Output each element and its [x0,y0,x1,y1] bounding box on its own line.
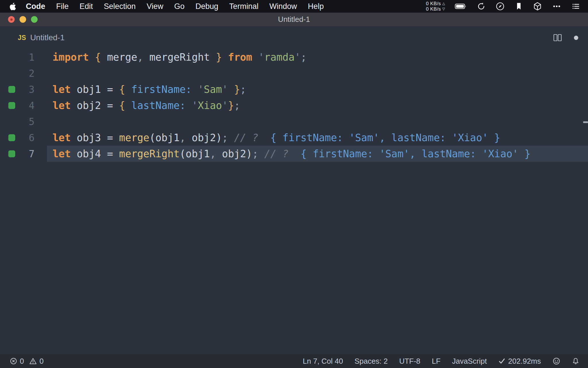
warning-icon [29,357,37,365]
js-file-icon: JS [18,34,26,42]
up-arrow-icon: △ [442,1,445,6]
status-bar-right: Ln 7, Col 40 Spaces: 2 UTF-8 LF JavaScri… [303,357,579,366]
compass-icon [496,2,505,11]
list-menu-extra[interactable] [571,2,581,11]
screen: Code FileEditSelectionViewGoDebugTermina… [0,0,588,368]
split-editor-icon[interactable] [553,33,562,42]
menu-item-terminal[interactable]: Terminal [224,2,264,11]
editor[interactable]: JS Untitled-1 1import { merge, mergeRigh… [0,26,588,354]
menu-item-go[interactable]: Go [169,2,190,11]
quokka-status[interactable]: 202.92ms [498,357,541,366]
code-text: let obj1 = { firstName: 'Sam' }; [34,84,246,95]
window-title-bar[interactable]: Untitled-1 [0,13,588,26]
line-number[interactable]: 4 [21,100,34,111]
network-up: 0 KB/s △ [426,1,445,6]
warning-count: 0 [39,357,43,366]
menu-item-help[interactable]: Help [302,2,329,11]
indentation-setting[interactable]: Spaces: 2 [355,357,388,366]
gutter [0,150,21,157]
more-menu-extra[interactable] [552,2,562,11]
coverage-marker-icon [8,150,15,157]
battery-indicator[interactable] [455,3,467,9]
apple-icon [10,3,16,10]
traffic-lights [8,13,38,26]
menu-items: FileEditSelectionViewGoDebugTerminalWind… [51,2,329,11]
ellipsis-icon [552,2,562,11]
sync-icon [477,2,486,11]
code-text: let obj4 = mergeRight(obj1, obj2); // ? … [34,148,531,160]
gutter [0,102,21,109]
bell-icon [572,357,579,365]
language-mode[interactable]: JavaScript [452,357,487,366]
error-icon [10,357,17,365]
code-lines: 1import { merge, mergeRight } from 'ramd… [0,49,588,162]
gutter [0,134,21,141]
coverage-marker-icon [8,86,15,93]
cube-icon [533,2,542,11]
compass-menu-extra[interactable] [496,2,505,11]
eol-setting[interactable]: LF [432,357,440,366]
quokka-time: 202.92ms [508,357,541,366]
status-bar: 0 0 Ln 7, Col 40 Spaces: 2 UTF-8 LF Java… [0,354,588,368]
bookmark-icon [514,2,523,11]
bookmark-menu-extra[interactable] [514,2,523,11]
network-down: 0 KB/s ▽ [426,6,445,12]
gutter [0,86,21,93]
error-count: 0 [20,357,24,366]
menu-item-file[interactable]: File [51,2,74,11]
code-text: import { merge, mergeRight } from 'ramda… [34,51,307,63]
coverage-marker-icon [8,134,15,141]
line-number[interactable]: 6 [21,132,34,143]
menu-item-debug[interactable]: Debug [190,2,224,11]
close-button[interactable] [8,16,15,23]
cursor-position[interactable]: Ln 7, Col 40 [303,357,343,366]
network-speed-indicator[interactable]: 0 KB/s △ 0 KB/s ▽ [426,1,445,12]
code-line[interactable]: 2 [0,65,588,81]
network-up-value: 0 KB/s [426,1,441,6]
feedback-button[interactable] [552,357,560,365]
down-arrow-icon: ▽ [442,6,445,12]
menu-item-window[interactable]: Window [264,2,302,11]
modified-dot[interactable] [574,36,578,40]
smiley-icon [552,357,560,365]
menu-item-view[interactable]: View [141,2,169,11]
code-line[interactable]: 5 [0,114,588,130]
macos-menu-bar: Code FileEditSelectionViewGoDebugTermina… [0,0,588,13]
line-number[interactable]: 7 [21,148,34,160]
coverage-marker-icon [8,102,15,109]
scrollbar-overview-tick[interactable] [583,121,588,123]
line-number[interactable]: 3 [21,84,34,95]
editor-tab[interactable]: JS Untitled-1 [0,26,588,49]
cube-menu-extra[interactable] [533,2,542,11]
status-bar-left: 0 0 [10,357,44,366]
code-text: let obj3 = merge(obj1, obj2); // ? { fir… [34,132,500,143]
line-number[interactable]: 2 [21,68,34,79]
zoom-button[interactable] [31,16,38,23]
apple-menu[interactable] [9,3,20,10]
code-line[interactable]: 1import { merge, mergeRight } from 'ramd… [0,49,588,65]
tab-title: Untitled-1 [30,33,65,42]
code-line[interactable]: 6let obj3 = merge(obj1, obj2); // ? { fi… [0,130,588,146]
line-number[interactable]: 5 [21,116,34,127]
line-number[interactable]: 1 [21,52,34,63]
battery-icon [455,3,467,9]
code-line[interactable]: 7let obj4 = mergeRight(obj1, obj2); // ?… [0,146,588,162]
code-text: let obj2 = { lastName: 'Xiao'}; [34,100,240,111]
menu-item-edit[interactable]: Edit [74,2,98,11]
network-down-value: 0 KB/s [426,6,441,12]
minimize-button[interactable] [20,16,26,23]
window-title: Untitled-1 [278,15,310,24]
check-icon [498,358,505,365]
notifications-button[interactable] [572,357,579,365]
code-line[interactable]: 3let obj1 = { firstName: 'Sam' }; [0,81,588,97]
tab-actions [553,26,578,49]
sync-menu-extra[interactable] [477,2,486,11]
encoding-setting[interactable]: UTF-8 [399,357,420,366]
problems-indicator[interactable]: 0 0 [10,357,44,366]
menu-item-selection[interactable]: Selection [98,2,141,11]
list-icon [571,2,581,11]
code-line[interactable]: 4let obj2 = { lastName: 'Xiao'}; [0,97,588,114]
menu-item-code[interactable]: Code [20,2,51,11]
menu-bar-status-items: 0 KB/s △ 0 KB/s ▽ [426,1,581,12]
